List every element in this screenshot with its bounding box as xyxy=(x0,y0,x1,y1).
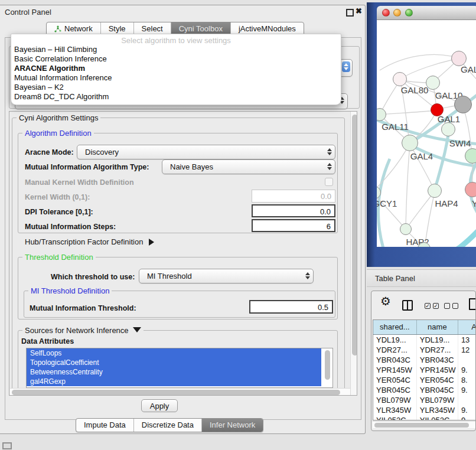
attribute-item-gal4rgexp[interactable]: gal4RGexp xyxy=(27,377,321,386)
table-row[interactable]: YBL079WYBL079W xyxy=(373,395,476,405)
collapsed-arrow-icon xyxy=(149,239,154,246)
vertical-scrollbar-thumb[interactable] xyxy=(352,115,358,356)
table-row[interactable]: YIL052CYIL052C9 xyxy=(373,415,476,420)
mi-algorithm-type-combobox[interactable]: Naive Bayes xyxy=(162,159,335,174)
window-zoom-icon[interactable] xyxy=(405,9,413,17)
dropdown-items: Bayesian – Hill ClimbingBasic Correlatio… xyxy=(11,45,341,102)
table-row[interactable]: YBR043CYBR043C xyxy=(373,355,476,365)
node-gal10[interactable] xyxy=(426,76,440,90)
mi-threshold-field[interactable]: 0.5 xyxy=(249,300,333,314)
table-row[interactable]: YBR045CYBR045C9. xyxy=(373,385,476,395)
columns-icon[interactable] xyxy=(402,300,413,311)
aracne-mode-combobox[interactable]: Discovery xyxy=(77,145,335,159)
mi-algorithm-type-label: Mutual Information Algorithm Type: xyxy=(25,163,149,171)
table-cell: YPR145W xyxy=(373,365,417,375)
node-hap4[interactable] xyxy=(428,184,442,198)
algorithm-option-bayesian-k2[interactable]: Bayesian – K2 xyxy=(11,83,341,92)
manual-kernel-width-label: Manual Kernel Width Definition xyxy=(25,178,134,187)
table-cell: YDL19... xyxy=(417,335,458,345)
column-header-a[interactable]: A xyxy=(458,320,476,334)
algorithm-option-aracne-algorithm[interactable]: ARACNE Algorithm xyxy=(11,64,341,73)
kernel-width-label: Kernel Width (0,1): xyxy=(25,193,90,201)
screen: Control Panel ✖ NetworkStyleSelectCyni T… xyxy=(0,0,476,450)
attribute-item-topologicalcoefficient[interactable]: TopologicalCoefficient xyxy=(27,358,321,367)
window-minimize-icon[interactable] xyxy=(393,9,401,17)
network-icon xyxy=(54,25,61,32)
attributes-scrollbar-thumb[interactable] xyxy=(325,350,330,380)
node-salmon-label: Y xyxy=(472,198,476,208)
table-row[interactable]: YER054CYER054C8. xyxy=(373,375,476,385)
table-panel-titlebar: Table Panel xyxy=(367,269,476,287)
hub-definition-toggle[interactable]: Hub/Transcription Factor Definition xyxy=(25,237,154,246)
table-cell: YER054C xyxy=(417,375,458,385)
node-hap2[interactable] xyxy=(400,223,412,235)
gear-icon[interactable]: ⚙ xyxy=(380,294,391,308)
horizontal-scrollbar-thumb[interactable] xyxy=(12,390,340,395)
table-cell xyxy=(458,355,476,365)
table-row[interactable]: YPR145WYPR145W9. xyxy=(373,365,476,375)
table-horizontal-scrollbar[interactable] xyxy=(373,421,475,428)
node-gray[interactable] xyxy=(454,96,472,113)
table-cell: YBR045C xyxy=(373,385,417,395)
table-cell: YBR043C xyxy=(373,355,417,365)
tab-discretize-data[interactable]: Discretize Data xyxy=(134,419,202,432)
table-row[interactable]: YLR345WYLR345W9. xyxy=(373,405,476,415)
attribute-item-selfloops[interactable]: SelfLoops xyxy=(27,348,321,358)
node-gal80[interactable] xyxy=(393,72,407,86)
checkbox-checked-icon[interactable]: ✓ xyxy=(425,303,431,309)
node-gcy1-label: GCY1 xyxy=(377,198,397,208)
dpi-tolerance-field[interactable]: 0.0 xyxy=(252,204,335,217)
tab-infer-network[interactable]: Infer Network xyxy=(202,419,263,432)
float-panel-icon[interactable] xyxy=(346,9,354,17)
column-header-shared-[interactable]: shared... xyxy=(373,320,417,334)
close-panel-icon[interactable]: ✖ xyxy=(356,6,362,15)
document-icon[interactable] xyxy=(469,298,476,310)
sources-title[interactable]: Sources for Network Inference xyxy=(22,326,144,335)
node-salmon[interactable] xyxy=(465,182,476,197)
which-threshold-combobox[interactable]: MI Threshold xyxy=(139,269,314,283)
algorithm-option-basic-correlation-inference[interactable]: Basic Correlation Inference xyxy=(11,54,341,64)
manual-kernel-width-checkbox[interactable] xyxy=(325,178,333,186)
attribute-item-betweennesscentrality[interactable]: BetweennessCentrality xyxy=(27,367,321,377)
checkbox-unchecked-icon[interactable] xyxy=(452,303,458,309)
table-cell: 13 xyxy=(458,335,476,345)
node-gal11-label: GAL11 xyxy=(382,122,409,132)
resize-grip-icon[interactable] xyxy=(2,442,12,449)
kernel-width-field[interactable]: 0.0 xyxy=(252,190,335,203)
table-row[interactable]: YDR27...YDR27...12 xyxy=(373,345,476,355)
node-green-right[interactable] xyxy=(465,148,476,164)
node-gal4-label: GAL4 xyxy=(410,151,433,161)
horizontal-scrollbar[interactable] xyxy=(10,388,350,396)
apply-button[interactable]: Apply xyxy=(141,399,178,412)
checkbox-checked-icon[interactable]: ✓ xyxy=(433,303,439,309)
window-close-icon[interactable] xyxy=(382,9,390,17)
combo-stepper-icon xyxy=(305,272,310,279)
table-cell: YER054C xyxy=(373,375,417,385)
data-attributes-list[interactable]: SelfLoopsTopologicalCoefficientBetweenne… xyxy=(26,348,333,388)
network-window-titlebar[interactable] xyxy=(377,6,476,20)
table-cell xyxy=(458,395,476,405)
network-view-window: GALGAL80GAL10GAL1GAL11SWI4GAL4GCY1HAP4YH… xyxy=(377,6,476,247)
algorithm-option-bayesian-hill-climbing[interactable]: Bayesian – Hill Climbing xyxy=(11,45,341,54)
table-body: YDL19...YDL19...13YDR27...YDR27...12YBR0… xyxy=(373,335,476,420)
algorithm-option-dream8-dc-tdc-algorithm[interactable]: Dream8 DC_TDC Algorithm xyxy=(11,92,341,102)
mi-steps-field[interactable]: 6 xyxy=(252,219,335,232)
table-panel: ⚙ ✓ ✓ shared...nameA YDL19...YDL19...13Y… xyxy=(371,291,476,431)
node-swi4[interactable] xyxy=(441,122,455,136)
vertical-scrollbar[interactable] xyxy=(350,112,357,396)
checkbox-unchecked-icon[interactable] xyxy=(444,303,450,309)
network-canvas[interactable]: GALGAL80GAL10GAL1GAL11SWI4GAL4GCY1HAP4YH… xyxy=(377,20,476,247)
node-gal4[interactable] xyxy=(402,135,418,151)
column-header-name[interactable]: name xyxy=(417,320,458,334)
tab-impute-data[interactable]: Impute Data xyxy=(76,419,134,432)
table-cell: YBL079W xyxy=(417,395,458,405)
table-row[interactable]: YDL19...YDL19...13 xyxy=(373,335,476,345)
mi-threshold-title: MI Threshold Definition xyxy=(28,286,112,295)
algorithm-option-mutual-information-inference[interactable]: Mutual Information Inference xyxy=(11,73,341,83)
mi-steps-label: Mutual Information Steps: xyxy=(25,223,116,231)
node-table: shared...nameA YDL19...YDL19...13YDR27..… xyxy=(373,319,476,420)
expanded-arrow-icon xyxy=(133,327,141,332)
table-cell: YLR345W xyxy=(417,405,458,415)
algorithm-definition-title: Algorithm Definition xyxy=(22,129,94,138)
table-horizontal-scrollbar-thumb[interactable] xyxy=(374,423,469,428)
